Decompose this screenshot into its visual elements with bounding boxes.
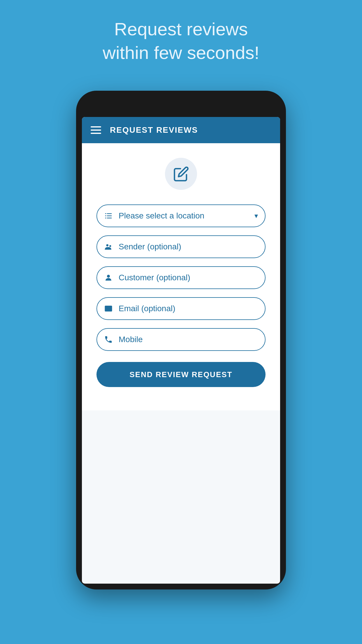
location-dropdown[interactable]: Please select a location ▾	[96, 204, 266, 227]
email-icon	[104, 304, 113, 313]
svg-rect-0	[105, 213, 106, 214]
hamburger-line	[91, 133, 101, 134]
hamburger-line	[91, 126, 101, 127]
svg-rect-5	[107, 218, 112, 218]
phone-top-bar	[152, 102, 210, 111]
edit-icon-circle	[165, 158, 197, 190]
app-content: Please select a location ▾ Sender (optio…	[82, 143, 280, 410]
svg-rect-3	[107, 216, 112, 216]
sender-field[interactable]: Sender (optional)	[96, 235, 266, 258]
phone-icon	[104, 335, 113, 344]
hero-text: Request reviews within few seconds!	[79, 18, 283, 64]
email-field[interactable]: Email (optional)	[96, 297, 266, 320]
svg-point-6	[106, 244, 109, 246]
sender-icon	[104, 242, 113, 251]
app-title: REQUEST REVIEWS	[110, 125, 198, 135]
customer-field[interactable]: Customer (optional)	[96, 266, 266, 289]
customer-icon	[104, 273, 113, 282]
phone-screen: REQUEST REVIEWS	[82, 117, 280, 584]
send-review-request-button[interactable]: SEND REVIEW REQUEST	[96, 362, 266, 387]
svg-point-7	[109, 245, 111, 247]
sender-placeholder: Sender (optional)	[119, 242, 258, 251]
svg-rect-1	[107, 213, 112, 214]
edit-icon	[173, 166, 189, 182]
svg-rect-4	[105, 218, 106, 218]
hamburger-menu-button[interactable]	[91, 126, 101, 134]
list-icon	[104, 211, 113, 220]
app-header: REQUEST REVIEWS	[82, 117, 280, 143]
hero-line1: Request reviews	[103, 18, 259, 41]
mobile-placeholder: Mobile	[119, 335, 258, 344]
svg-rect-2	[105, 216, 106, 216]
svg-point-8	[107, 275, 110, 278]
chevron-down-icon: ▾	[254, 212, 258, 220]
hamburger-line	[91, 130, 101, 131]
location-placeholder: Please select a location	[119, 211, 254, 220]
customer-placeholder: Customer (optional)	[119, 273, 258, 282]
phone-mockup: REQUEST REVIEWS	[76, 91, 286, 589]
hero-line2: within few seconds!	[103, 41, 259, 65]
email-placeholder: Email (optional)	[119, 304, 258, 313]
mobile-field[interactable]: Mobile	[96, 328, 266, 351]
